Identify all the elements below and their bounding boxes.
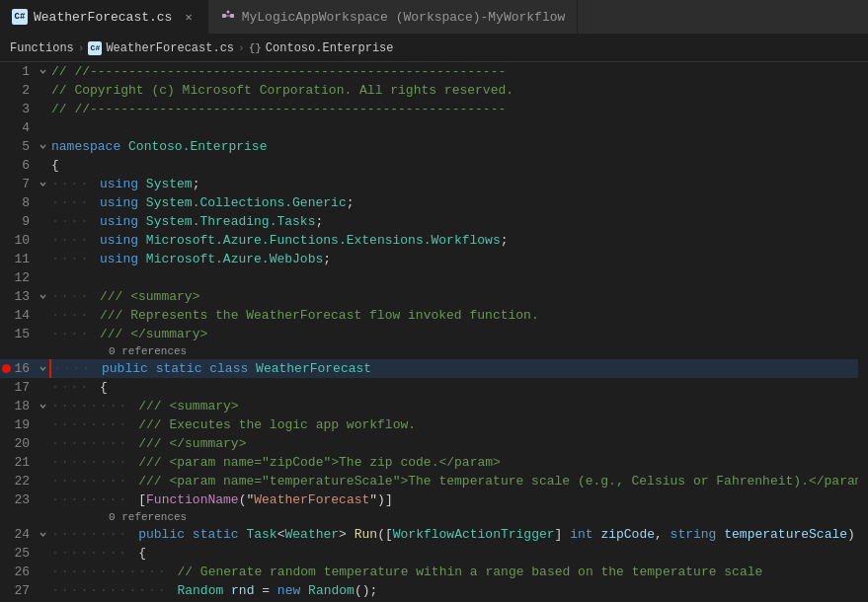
code-text: ···· public static class WeatherForecast (49, 359, 858, 378)
fold-arrow[interactable] (36, 175, 49, 193)
line-number: 4 (0, 118, 36, 137)
code-line-row: 26············ // Generate random temper… (0, 563, 858, 581)
code-text: ···· /// <summary> (49, 287, 858, 306)
fold-arrow (36, 231, 49, 250)
fold-arrow (36, 378, 49, 397)
code-text: // //-----------------------------------… (49, 100, 858, 118)
fold-arrow (36, 250, 49, 268)
code-line-row: 22········ /// <param name="temperatureS… (0, 472, 858, 490)
fold-arrow[interactable] (36, 525, 49, 544)
breadcrumb-namespace[interactable]: Contoso.Enterprise (266, 41, 394, 55)
code-line-row: 27············ Random rnd = new Random()… (0, 581, 858, 600)
svg-rect-0 (222, 14, 226, 18)
ref-count-line[interactable]: 0 references (0, 509, 858, 525)
line-number: 23 (0, 490, 36, 509)
breadcrumb: Functions › C# WeatherForecast.cs › {} C… (0, 35, 868, 62)
code-line-row: 21········ /// <param name="zipCode">The… (0, 453, 858, 472)
code-line-row: 16···· public static class WeatherForeca… (0, 359, 858, 378)
line-number: 3 (0, 100, 36, 118)
code-line-row: 8···· using System.Collections.Generic; (0, 193, 858, 212)
code-line-row: 18········ /// <summary> (0, 397, 858, 415)
cs-file-icon: C# (12, 9, 28, 25)
tab-close-button[interactable]: ✕ (182, 9, 195, 26)
line-number: 12 (0, 268, 36, 287)
code-text: namespace Contoso.Enterprise (49, 137, 858, 156)
fold-arrow (36, 472, 49, 490)
breadcrumb-sep-1: › (78, 42, 85, 54)
line-number: 9 (0, 212, 36, 231)
code-text: ···· /// </summary> (49, 325, 858, 343)
code-text: ············ // Generate random temperat… (49, 563, 858, 581)
tab-bar: C# WeatherForecast.cs ✕ MyLogicAppWorksp… (0, 0, 868, 35)
code-line-row: 10···· using Microsoft.Azure.Functions.E… (0, 231, 858, 250)
code-text (49, 118, 858, 137)
reference-count[interactable]: 0 references (49, 509, 858, 525)
code-line-row: 9···· using System.Threading.Tasks; (0, 212, 858, 231)
tab-workflow[interactable]: MyLogicAppWorkspace (Workspace)-MyWorkfl… (208, 0, 579, 34)
code-text: ···· /// Represents the WeatherForecast … (49, 306, 858, 325)
line-number: 15 (0, 325, 36, 343)
code-line-row: 4 (0, 118, 858, 137)
line-number: 6 (0, 156, 36, 175)
code-line-row: 23········ [FunctionName("WeatherForecas… (0, 490, 858, 509)
line-number: 19 (0, 415, 36, 434)
editor: 1// //----------------------------------… (0, 62, 868, 602)
fold-arrow[interactable] (36, 287, 49, 306)
code-line-row: 17···· { (0, 378, 858, 397)
line-number: 16 (0, 359, 36, 378)
tab-label: WeatherForecast.cs (34, 10, 172, 25)
line-number: 18 (0, 397, 36, 415)
line-number: 13 (0, 287, 36, 306)
code-line-row: 3// //----------------------------------… (0, 100, 858, 118)
code-text: ········ /// Executes the logic app work… (49, 415, 858, 434)
code-line-row: 20········ /// </summary> (0, 434, 858, 453)
code-text: { (49, 156, 858, 175)
fold-arrow (36, 415, 49, 434)
code-text: // Copyright (c) Microsoft Corporation. … (49, 81, 858, 100)
code-line-row: 25········ { (0, 544, 858, 563)
line-number: 20 (0, 434, 36, 453)
tab-weatherforecast[interactable]: C# WeatherForecast.cs ✕ (0, 0, 208, 34)
code-line-row: 12 (0, 268, 858, 287)
line-number: 2 (0, 81, 36, 100)
line-number: 25 (0, 544, 36, 563)
fold-arrow (36, 563, 49, 581)
line-number: 7 (0, 175, 36, 193)
reference-count[interactable]: 0 references (49, 343, 858, 359)
fold-arrow (36, 81, 49, 100)
breadcrumb-sep-2: › (238, 42, 245, 54)
line-number: 27 (0, 581, 36, 600)
code-line-row: 2// Copyright (c) Microsoft Corporation.… (0, 81, 858, 100)
line-number: 24 (0, 525, 36, 544)
fold-arrow[interactable] (36, 359, 49, 378)
line-number: 26 (0, 563, 36, 581)
fold-arrow (36, 490, 49, 509)
code-text: ········ { (49, 544, 858, 563)
code-text: ········ public static Task<Weather> Run… (49, 525, 858, 544)
fold-arrow (36, 193, 49, 212)
breadcrumb-functions[interactable]: Functions (10, 41, 74, 55)
scrollbar[interactable] (858, 62, 868, 602)
fold-arrow[interactable] (36, 137, 49, 156)
breadcrumb-filename[interactable]: WeatherForecast.cs (106, 41, 234, 55)
line-number: 1 (0, 62, 36, 81)
code-line-row: 13···· /// <summary> (0, 287, 858, 306)
code-text: ···· using System; (49, 175, 858, 193)
code-text: ···· { (49, 378, 858, 397)
svg-point-3 (226, 11, 229, 14)
fold-arrow (36, 118, 49, 137)
code-text: ···· using Microsoft.Azure.WebJobs; (49, 250, 858, 268)
code-text: ···· using System.Collections.Generic; (49, 193, 858, 212)
code-text (49, 268, 858, 287)
code-line-row: 19········ /// Executes the logic app wo… (0, 415, 858, 434)
fold-arrow[interactable] (36, 397, 49, 415)
line-number: 5 (0, 137, 36, 156)
fold-arrow (36, 212, 49, 231)
ref-count-line[interactable]: 0 references (0, 343, 858, 359)
fold-arrow (36, 434, 49, 453)
code-line-row: 11···· using Microsoft.Azure.WebJobs; (0, 250, 858, 268)
fold-arrow[interactable] (36, 62, 49, 81)
line-number: 17 (0, 378, 36, 397)
fold-arrow (36, 453, 49, 472)
fold-arrow (36, 325, 49, 343)
